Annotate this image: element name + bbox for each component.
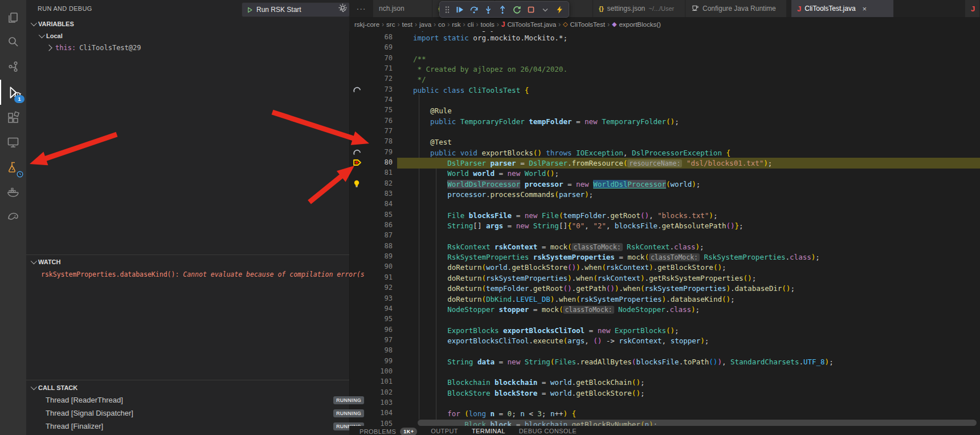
code-line-96[interactable]: 96 ExportBlocks exportBlocksCliTool = ne… [349, 325, 980, 336]
gear-icon[interactable] [338, 3, 347, 14]
restart-icon[interactable] [509, 2, 524, 17]
test-progress-icon[interactable] [353, 85, 365, 95]
code-line-86[interactable]: 86 String[] args = new String[]{"0", "2"… [349, 220, 980, 231]
call-stack-thread-row[interactable]: Thread [Finalizer]RUNNING [26, 420, 369, 432]
code-line-75[interactable]: 75 @Rule [349, 105, 980, 116]
code-text: NodeStopper stopper = mock(classToMock: … [397, 304, 980, 315]
panel-tab-debug-console[interactable]: DEBUG CONSOLE [519, 426, 577, 434]
stop-icon[interactable] [524, 2, 538, 17]
panel-tab-output[interactable]: OUTPUT [431, 426, 458, 434]
step-into-icon[interactable] [481, 2, 495, 17]
watch-expression-row[interactable]: rskSystemProperties.databaseKind(): Cann… [26, 268, 368, 280]
code-line-82[interactable]: 82 WorldDslProcessor processor = new Wor… [349, 179, 980, 190]
code-text: BlockStore blockStore = world.getBlockSt… [397, 388, 980, 398]
code-line-73[interactable]: 73public class CliToolsTest { [349, 85, 980, 96]
stop-chevron-icon[interactable] [538, 2, 552, 17]
breadcrumb[interactable]: rskj-core›src›test›java›co›rsk›cli›tools… [349, 17, 980, 31]
call-stack-thread-row[interactable]: Thread [Signal Dispatcher]RUNNING [26, 407, 369, 419]
lightbulb-icon[interactable] [353, 179, 365, 189]
code-line-84[interactable]: 84 [349, 199, 980, 210]
code-line-83[interactable]: 83 processor.processCommands(parser); [349, 189, 980, 200]
code-line-98[interactable]: 98 [349, 346, 980, 356]
code-line-103[interactable]: 103 [349, 398, 980, 409]
code-line-68[interactable]: 68import static org.mockito.Mockito.*; [349, 32, 980, 43]
code-line-93[interactable]: 93 doReturn(DbKind.LEVEL_DB).when(rskSys… [349, 294, 980, 305]
code-line-102[interactable]: 102 BlockStore blockStore = world.getBlo… [349, 388, 980, 399]
code-line-97[interactable]: 97 exportBlocksCliTool.execute(args, () … [349, 335, 980, 346]
step-out-icon[interactable] [495, 2, 509, 17]
code-line-85[interactable]: 85 File blocksFile = new File(tempFolder… [349, 210, 980, 221]
variables-section-header[interactable]: VARIABLES [26, 18, 349, 30]
line-number: 80 [366, 158, 393, 166]
code-line-95[interactable]: 95 [349, 314, 980, 325]
code-line-76[interactable]: 76 public TemporaryFolder tempFolder = n… [349, 116, 980, 127]
code-line-94[interactable]: 94 NodeStopper stopper = mock(classToMoc… [349, 304, 980, 315]
variables-scope-local[interactable]: Local [26, 30, 349, 42]
editor-tab-nch-json[interactable]: nch.json [373, 0, 432, 17]
test-progress-icon[interactable] [353, 148, 365, 158]
breadcrumb-item[interactable]: rskj-core [354, 21, 379, 28]
breadcrumb-item[interactable]: JCliToolsTest.java [501, 20, 556, 28]
code-line-69[interactable]: 69 [349, 43, 980, 54]
code-text: Blockchain blockchain = world.getBlockCh… [397, 377, 980, 387]
code-line-81[interactable]: 81 World world = new World(); [349, 168, 980, 179]
editor-tab-settings-json[interactable]: {}settings.json~/.../User [593, 0, 685, 17]
watch-section-header[interactable]: WATCH [26, 256, 349, 268]
code-line-77[interactable]: 77 [349, 126, 980, 137]
code-line-91[interactable]: 91 doReturn(rskSystemProperties).when(rs… [349, 273, 980, 284]
breadcrumb-item[interactable]: tools [480, 21, 494, 28]
breadcrumb-item[interactable]: java [419, 21, 431, 28]
code-area[interactable]: 67import static org.junit.Assert.*;68imp… [349, 0, 980, 435]
hot-code-replace-icon[interactable] [552, 2, 566, 17]
code-line-90[interactable]: 90 doReturn(world.getBlockStore()).when(… [349, 262, 980, 273]
panel-tab-problems[interactable]: PROBLEMS1K+ [360, 426, 417, 435]
activity-search-icon[interactable] [0, 30, 26, 55]
breadcrumb-item[interactable]: co [438, 21, 445, 28]
call-stack-thread-row[interactable]: Thread [ReaderThread]RUNNING [26, 394, 369, 406]
horizontal-scrollbar[interactable] [418, 420, 977, 426]
code-line-74[interactable]: 74 [349, 95, 980, 106]
activity-source-control-icon[interactable] [0, 54, 26, 79]
code-line-100[interactable]: 100 [349, 367, 980, 377]
sidebar-title: RUN AND DEBUG [38, 5, 92, 12]
code-line-70[interactable]: 70/** [349, 54, 980, 64]
editor-tab[interactable]: J [965, 0, 980, 17]
editor-tab-configure-java-runtime[interactable]: Configure Java Runtime [685, 0, 787, 17]
activity-docker-whale-icon[interactable] [0, 179, 26, 204]
drag-grip-icon[interactable] [442, 2, 452, 17]
code-line-79[interactable]: 79 public void exportBlocks() throws IOE… [349, 147, 980, 158]
code-line-87[interactable]: 87 [349, 231, 980, 241]
more-actions-icon[interactable]: ··· [349, 0, 373, 17]
code-line-92[interactable]: 92 doReturn(tempFolder.getRoot().getPath… [349, 283, 980, 294]
code-line-89[interactable]: 89 RskSystemProperties rskSystemProperti… [349, 252, 980, 262]
breadcrumb-item[interactable]: ◆exportBlocks() [612, 20, 661, 28]
code-line-101[interactable]: 101 Blockchain blockchain = world.getBlo… [349, 377, 980, 388]
code-line-99[interactable]: 99 String data = new String(Files.readAl… [349, 356, 980, 367]
activity-test-beaker-icon[interactable] [0, 155, 26, 180]
close-icon[interactable]: × [863, 5, 867, 13]
activity-run-debug-icon[interactable]: 1 [0, 80, 27, 105]
run-config-button[interactable]: Run RSK Start [242, 2, 350, 17]
breakpoint-current-line-icon[interactable] [353, 158, 365, 168]
continue-icon[interactable] [452, 2, 467, 17]
panel-tab-terminal[interactable]: TERMINAL [472, 426, 505, 434]
breadcrumb-item[interactable]: src [386, 21, 395, 28]
activity-remote-explorer-icon[interactable] [0, 130, 26, 155]
code-line-72[interactable]: 72 */ [349, 74, 980, 85]
code-line-71[interactable]: 71 * Created by ajlopez on 26/04/2020. [349, 64, 980, 75]
breadcrumb-item[interactable]: rsk [452, 21, 460, 28]
breadcrumb-item[interactable]: cli [468, 21, 474, 28]
activity-extensions-icon[interactable] [0, 105, 26, 130]
activity-files-copy-icon[interactable] [0, 6, 26, 31]
breadcrumb-item[interactable]: ◇CliToolsTest [563, 20, 605, 28]
editor-tab-clitoolstest-java[interactable]: JCliToolsTest.java× [791, 0, 894, 17]
code-line-80[interactable]: 80 DslParser parser = DslParser.fromReso… [349, 158, 980, 169]
variable-row-this[interactable]: this: CliToolsTest@29 [26, 42, 370, 54]
breadcrumb-item[interactable]: test [402, 21, 413, 28]
code-line-78[interactable]: 78 @Test [349, 137, 980, 147]
code-line-104[interactable]: 104 for (long n = 0; n < 3; n++) { [349, 408, 980, 419]
call-stack-section-header[interactable]: CALL STACK [26, 382, 349, 393]
activity-gradle-elephant-icon[interactable] [0, 204, 26, 229]
code-line-88[interactable]: 88 RskContext rskContext = mock(classToM… [349, 241, 980, 252]
step-over-icon[interactable] [467, 2, 481, 17]
